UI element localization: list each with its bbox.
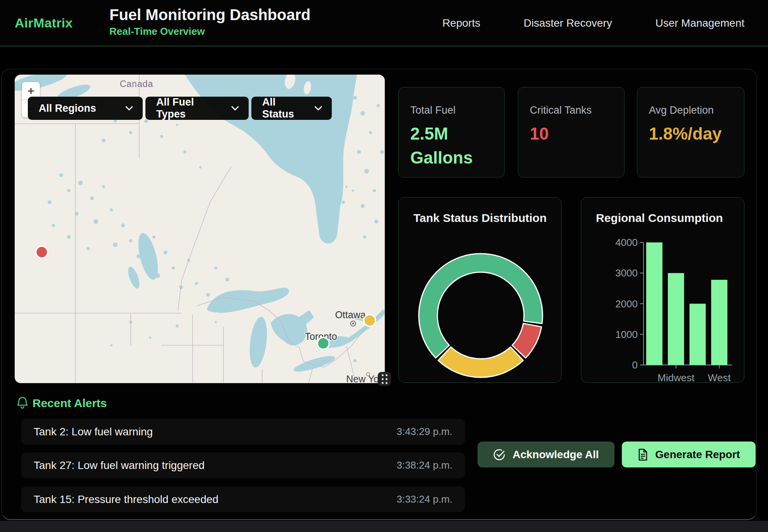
stat-label: Critical Tanks: [530, 104, 613, 116]
nav-disaster-recovery[interactable]: Disaster Recovery: [524, 17, 612, 29]
y-axis-tick-label: 0: [632, 359, 638, 371]
bar-West[interactable]: [711, 280, 727, 365]
y-axis-tick-label: 2000: [615, 298, 638, 310]
region-filter-label: All Regions: [39, 102, 96, 114]
map-canvas[interactable]: Canada Ottawa Toronto New York: [15, 75, 385, 383]
tank-marker-warning[interactable]: [365, 315, 375, 326]
page-title: Fuel Monitoring Dashboard: [109, 5, 311, 24]
main-nav: Reports Disaster Recovery User Managemen…: [442, 0, 744, 46]
dashboard-page: AirMatrix Fuel Monitoring Dashboard Real…: [0, 0, 768, 532]
alert-text: Tank 27: Low fuel warning triggered: [34, 459, 205, 472]
nav-user-management[interactable]: User Management: [655, 17, 744, 29]
y-axis-tick-label: 4000: [615, 237, 638, 248]
fuel-type-filter-dropdown[interactable]: All Fuel Types: [145, 97, 249, 120]
donut-segment-warning[interactable]: [438, 347, 523, 377]
chevron-down-icon: [125, 106, 133, 111]
acknowledge-all-button[interactable]: Acknowledge All: [478, 442, 614, 467]
regional-consumption-panel: Regional Consumption 01000200030004000Mi…: [581, 197, 744, 383]
bar-Midwest[interactable]: [668, 273, 684, 365]
status-filter-label: All Status: [262, 96, 304, 120]
stat-card-total-fuel: Total Fuel 2.5M Gallons: [398, 87, 505, 177]
chevron-down-icon: [231, 106, 239, 111]
tank-marker-critical[interactable]: [37, 247, 47, 257]
fuel-type-filter-label: All Fuel Types: [156, 96, 221, 120]
check-circle-icon: [493, 448, 505, 461]
tank-status-donut-chart[interactable]: [399, 198, 562, 383]
app-header: AirMatrix Fuel Monitoring Dashboard Real…: [0, 0, 768, 46]
x-axis-tick-label: West: [708, 372, 731, 383]
stat-value: 10: [530, 122, 599, 146]
header-titles: Fuel Monitoring Dashboard Real-Time Over…: [109, 5, 311, 38]
stat-card-avg-depletion: Avg Depletion 1.8%/day: [637, 87, 744, 177]
stat-value: 1.8%/day: [649, 122, 719, 146]
bar-region-3[interactable]: [689, 304, 706, 365]
alert-row[interactable]: Tank 2: Low fuel warning 3:43:29 p.m.: [21, 419, 465, 445]
window-bottom-band: [0, 521, 768, 532]
alert-text: Tank 2: Low fuel warning: [34, 426, 153, 438]
alert-timestamp: 3:43:29 p.m.: [396, 426, 452, 438]
tank-marker-normal[interactable]: [318, 338, 329, 349]
stat-label: Total Fuel: [410, 104, 493, 116]
bell-icon: [16, 396, 29, 411]
region-filter-dropdown[interactable]: All Regions: [28, 97, 143, 120]
alert-row[interactable]: Tank 15: Pressure threshold exceeded 3:3…: [21, 486, 465, 512]
alert-timestamp: 3:38:24 p.m.: [396, 459, 452, 471]
page-subtitle: Real-Time Overview: [109, 26, 311, 38]
document-icon: [637, 448, 648, 461]
alert-row[interactable]: Tank 27: Low fuel warning triggered 3:38…: [21, 452, 465, 478]
resize-drag-handle-icon[interactable]: [378, 372, 391, 386]
status-filter-dropdown[interactable]: All Status: [251, 97, 332, 120]
map-label-ottawa: Ottawa: [335, 309, 365, 320]
regional-consumption-bar-chart[interactable]: 01000200030004000MidwestWest: [581, 198, 745, 383]
map-filters: All Regions All Fuel Types All Status: [28, 97, 332, 120]
stat-card-critical-tanks: Critical Tanks 10: [518, 87, 625, 177]
y-axis-tick-label: 1000: [615, 329, 638, 340]
nav-reports[interactable]: Reports: [442, 17, 480, 29]
app-logo[interactable]: AirMatrix: [15, 15, 73, 31]
alert-text: Tank 15: Pressure threshold exceeded: [34, 493, 218, 506]
chevron-down-icon: [314, 106, 323, 111]
map-label-canada: Canada: [120, 79, 154, 89]
recent-alerts-title: Recent Alerts: [32, 397, 107, 410]
stat-value: 2.5M Gallons: [410, 122, 480, 170]
generate-report-button[interactable]: Generate Report: [622, 442, 756, 467]
fuel-map[interactable]: Canada Ottawa Toronto New York + − All R…: [15, 75, 385, 383]
stat-label: Avg Depletion: [649, 104, 733, 116]
tank-status-panel: Tank Status Distribution: [398, 197, 561, 383]
x-axis-tick-label: Midwest: [657, 372, 695, 383]
y-axis-tick-label: 3000: [615, 267, 638, 279]
bar-region-1[interactable]: [646, 242, 662, 365]
acknowledge-all-label: Acknowledge All: [512, 448, 599, 461]
generate-report-label: Generate Report: [655, 448, 740, 461]
alert-timestamp: 3:33:24 p.m.: [396, 493, 452, 505]
